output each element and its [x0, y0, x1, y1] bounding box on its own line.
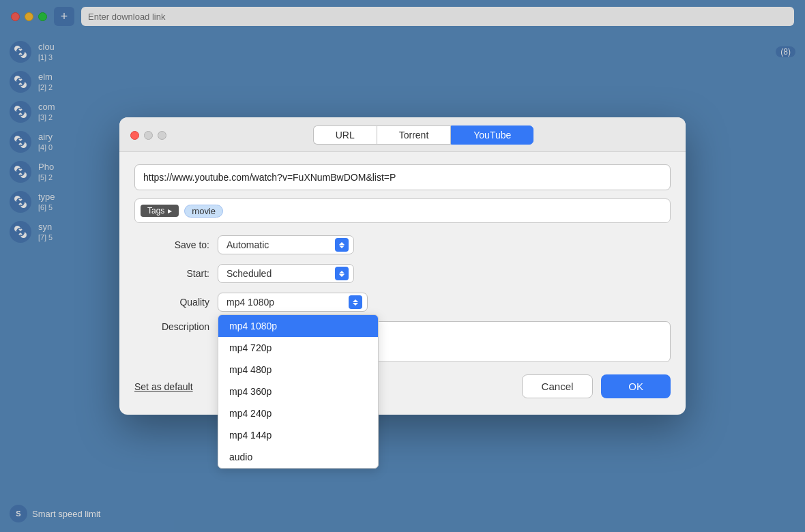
start-row: Start: Scheduled	[134, 264, 671, 283]
quality-option-144p[interactable]: mp4 144p	[218, 424, 378, 446]
description-label: Description	[134, 321, 209, 332]
quality-option-1080p[interactable]: mp4 1080p	[218, 315, 378, 337]
save-to-label: Save to:	[134, 239, 209, 250]
dialog-close-button[interactable]	[130, 131, 139, 140]
dialog-footer: Set as default Cancel OK	[134, 374, 671, 401]
dialog-title-bar: URL Torrent YouTube	[119, 117, 686, 152]
tags-row: Tags movie	[134, 198, 671, 223]
quality-select-wrapper: mp4 1080p mp4 1080p mp4 720p mp4 480p mp…	[218, 293, 368, 312]
save-to-row: Save to: Automatic	[134, 235, 671, 254]
quality-select[interactable]: mp4 1080p	[218, 293, 368, 312]
description-row: Description	[134, 321, 671, 362]
tags-label: Tags	[141, 205, 179, 217]
tab-group: URL Torrent YouTube	[172, 125, 675, 145]
save-to-select[interactable]: Automatic	[218, 235, 354, 254]
quality-option-240p[interactable]: mp4 240p	[218, 402, 378, 424]
ok-button[interactable]: OK	[601, 374, 671, 398]
dialog-body: Tags movie Save to: Automatic Start:	[119, 152, 686, 415]
footer-buttons: Cancel OK	[522, 374, 671, 398]
tab-url[interactable]: URL	[313, 125, 377, 145]
dialog-traffic-lights	[130, 131, 166, 140]
quality-option-480p[interactable]: mp4 480p	[218, 359, 378, 381]
start-label: Start:	[134, 268, 209, 279]
start-select-wrapper: Scheduled	[218, 264, 354, 283]
save-to-select-wrapper: Automatic	[218, 235, 354, 254]
tab-youtube[interactable]: YouTube	[451, 125, 533, 145]
tag-chip[interactable]: movie	[184, 205, 223, 218]
start-select[interactable]: Scheduled	[218, 264, 354, 283]
dialog-minimize-button[interactable]	[144, 131, 153, 140]
quality-label: Quality	[134, 297, 209, 308]
dialog-overlay: URL Torrent YouTube Tags movie Save to: …	[0, 0, 805, 532]
cancel-button[interactable]: Cancel	[522, 374, 594, 398]
tab-torrent[interactable]: Torrent	[377, 125, 452, 145]
quality-dropdown: mp4 1080p mp4 720p mp4 480p mp4 360p mp4…	[218, 314, 379, 469]
dialog-maximize-button[interactable]	[158, 131, 166, 140]
download-dialog: URL Torrent YouTube Tags movie Save to: …	[119, 117, 686, 415]
quality-option-360p[interactable]: mp4 360p	[218, 381, 378, 402]
quality-option-720p[interactable]: mp4 720p	[218, 337, 378, 359]
youtube-url-input[interactable]	[134, 164, 671, 190]
quality-row: Quality mp4 1080p mp4 1080p mp4 720p mp4…	[134, 293, 671, 312]
set-default-button[interactable]: Set as default	[134, 381, 193, 392]
quality-option-audio[interactable]: audio	[218, 446, 378, 468]
